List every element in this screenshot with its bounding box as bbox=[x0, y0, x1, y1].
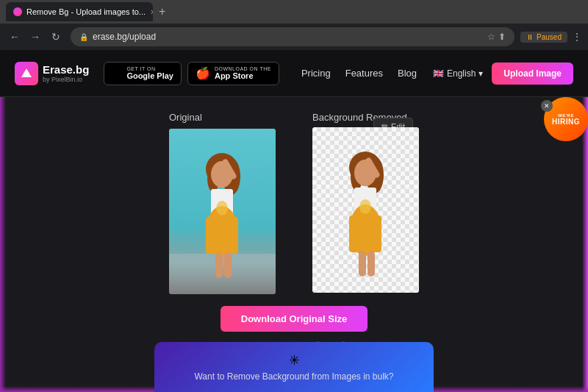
logo-area: Erase.bg by PixelBin.io bbox=[15, 62, 89, 85]
google-play-text: GET IT ON Google Play bbox=[126, 66, 173, 80]
blog-link[interactable]: Blog bbox=[398, 68, 417, 79]
tab-close-btn[interactable]: ✕ bbox=[150, 8, 153, 16]
logo-text-area: Erase.bg by PixelBin.io bbox=[43, 63, 89, 83]
url-box[interactable]: 🔒 erase.bg/upload ☆ ⬆ bbox=[71, 27, 514, 46]
pricing-link[interactable]: Pricing bbox=[301, 68, 331, 79]
original-label: Original bbox=[169, 112, 202, 123]
lock-icon: 🔒 bbox=[79, 33, 88, 41]
cta-text: Want to Remove Background from Images in… bbox=[194, 371, 393, 382]
bg-removed-image-container bbox=[312, 127, 419, 293]
app-badges: ▶ GET IT ON Google Play 🍎 Download on th… bbox=[104, 62, 279, 85]
apple-icon: 🍎 bbox=[196, 66, 210, 80]
nav-links: Pricing Features Blog bbox=[301, 68, 417, 79]
nav-buttons: ← → ↻ bbox=[6, 28, 65, 46]
bg-removed-image bbox=[312, 127, 419, 293]
nav-right: 🇬🇧 English ▾ Upload Image bbox=[433, 63, 573, 85]
google-play-pre: GET IT ON bbox=[126, 66, 173, 71]
svg-point-15 bbox=[216, 201, 228, 215]
upload-image-button[interactable]: Upload Image bbox=[492, 63, 573, 85]
app-store-text: Download on the App Store bbox=[215, 66, 271, 80]
svg-rect-28 bbox=[349, 215, 381, 252]
svg-rect-14 bbox=[224, 252, 232, 278]
edit-btn-wrapper: Background Removed ✏ Edit bbox=[312, 112, 419, 123]
cta-icon: ✳ bbox=[289, 352, 300, 368]
svg-rect-13 bbox=[215, 252, 223, 278]
bottom-cta-banner[interactable]: ✳ Want to Remove Background from Images … bbox=[154, 342, 434, 392]
address-bar: ← → ↻ 🔒 erase.bg/upload ☆ ⬆ ⏸ Paused ⋮ bbox=[0, 24, 588, 50]
logo-sub-text: by PixelBin.io bbox=[43, 76, 89, 83]
google-play-badge[interactable]: ▶ GET IT ON Google Play bbox=[104, 62, 182, 85]
language-selector[interactable]: 🇬🇧 English ▾ bbox=[433, 68, 483, 79]
language-label: English bbox=[447, 68, 476, 79]
tab-bar: Remove Bg - Upload images to... ✕ + bbox=[0, 0, 588, 24]
active-tab[interactable]: Remove Bg - Upload images to... ✕ bbox=[6, 2, 153, 21]
star-icon[interactable]: ☆ bbox=[487, 32, 495, 42]
back-button[interactable]: ← bbox=[6, 28, 24, 46]
google-play-icon: ▶ bbox=[112, 65, 122, 82]
original-image-svg bbox=[169, 129, 276, 294]
menu-button[interactable]: ⋮ bbox=[572, 31, 582, 43]
features-link[interactable]: Features bbox=[345, 68, 383, 79]
logo-icon bbox=[15, 62, 38, 85]
bg-removed-svg bbox=[312, 127, 419, 293]
flag-icon: 🇬🇧 bbox=[433, 68, 444, 79]
reload-button[interactable]: ↻ bbox=[47, 28, 65, 46]
google-play-name: Google Play bbox=[126, 71, 173, 80]
forward-button[interactable]: → bbox=[26, 28, 44, 46]
chevron-down-icon: ▾ bbox=[478, 68, 483, 79]
share-icon[interactable]: ⬆ bbox=[498, 32, 506, 42]
original-image-container bbox=[169, 129, 276, 294]
browser-chrome: Remove Bg - Upload images to... ✕ + ← → … bbox=[0, 0, 588, 50]
svg-rect-30 bbox=[368, 251, 375, 277]
url-display: erase.bg/upload bbox=[93, 32, 156, 42]
images-row: Original bbox=[44, 112, 544, 294]
browser-actions: ⏸ Paused ⋮ bbox=[520, 31, 582, 43]
svg-point-0 bbox=[24, 71, 29, 77]
url-actions: ☆ ⬆ bbox=[487, 32, 506, 42]
original-panel: Original bbox=[169, 112, 276, 294]
svg-rect-29 bbox=[359, 251, 366, 277]
hiring-main-text: HIRING bbox=[552, 118, 580, 126]
app-store-pre: Download on the bbox=[215, 66, 271, 71]
paused-badge: ⏸ Paused bbox=[520, 32, 567, 43]
svg-point-31 bbox=[359, 199, 371, 214]
app-store-badge[interactable]: 🍎 Download on the App Store bbox=[187, 62, 279, 85]
pause-icon: ⏸ bbox=[526, 33, 534, 41]
navbar: Erase.bg by PixelBin.io ▶ GET IT ON Goog… bbox=[0, 50, 588, 97]
app-store-name: App Store bbox=[215, 71, 271, 80]
tab-favicon bbox=[13, 7, 22, 16]
tab-title: Remove Bg - Upload images to... bbox=[26, 7, 146, 16]
original-image bbox=[169, 129, 276, 294]
paused-label: Paused bbox=[537, 33, 562, 41]
download-button[interactable]: Download Original Size bbox=[220, 306, 368, 332]
new-tab-button[interactable]: + bbox=[156, 5, 168, 18]
svg-rect-12 bbox=[206, 217, 238, 254]
main-content: Original bbox=[0, 97, 588, 373]
page-content: Erase.bg by PixelBin.io ▶ GET IT ON Goog… bbox=[0, 50, 588, 392]
logo-main-text: Erase.bg bbox=[43, 63, 89, 76]
bg-removed-panel: Background Removed ✏ Edit bbox=[312, 112, 419, 294]
hiring-close-button[interactable]: ✕ bbox=[541, 100, 553, 112]
